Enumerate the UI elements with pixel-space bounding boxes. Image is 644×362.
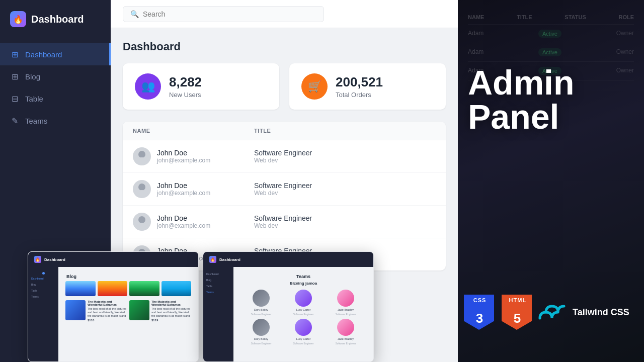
user-email: john@example.com	[157, 190, 210, 197]
tailwind-wave-svg	[538, 302, 569, 322]
blog-img-forest	[129, 281, 159, 296]
users-stat-icon: 👥	[135, 73, 161, 100]
sidebar-label-teams: Teams	[25, 117, 47, 125]
thumbnail-body: Dashboard Blog Table Teams Blog	[28, 267, 198, 361]
right-section: NAME TITLE STATUS ROLE Adam Active Owner…	[458, 0, 644, 362]
search-input[interactable]	[143, 10, 316, 18]
avatar	[133, 213, 151, 231]
search-icon: 🔍	[130, 10, 139, 18]
tailwind-icon: Tailwind CSS	[538, 302, 629, 322]
orders-stat-value: 200,521	[336, 74, 383, 90]
article-title-1: The Majestic and Wonderful Bahamas	[88, 300, 127, 306]
team-member-name-3: Jade Bradley	[338, 308, 354, 311]
table-row: John Doe john@example.com Software Engin…	[123, 206, 446, 238]
article-text-1: The Majestic and Wonderful Bahamas The b…	[88, 300, 127, 322]
thumbnails-row: 🔥 Dashboard Dashboard Blog Table Teams B…	[28, 251, 374, 362]
article-desc-2: The best read of all the pictures and be…	[151, 307, 191, 318]
header: 🔍	[111, 0, 458, 28]
team-member-role-5: Software Engineer	[293, 342, 313, 345]
team-member-name-6: Jade Bradley	[338, 337, 354, 340]
dark-row: Adam Active Owner	[468, 25, 634, 43]
table-header: NAME TITLE	[123, 122, 446, 140]
thumb-nav-dashboard: Dashboard	[28, 276, 58, 282]
sidebar-item-blog[interactable]: ⊞ Blog	[0, 65, 111, 87]
article-img-1	[65, 300, 86, 320]
col-name: NAME	[133, 128, 254, 134]
teams-nav-table: Table	[203, 283, 233, 289]
search-box[interactable]: 🔍	[123, 6, 324, 22]
teams-grid: Dory Bailey Software Engineer Lucy Carte…	[237, 288, 369, 347]
main-wrapper: 🔥 Dashboard ⊞ Dashboard ⊞ Blog ⊟ Table ✎	[0, 0, 644, 362]
team-avatar-4	[253, 319, 270, 336]
teams-thumbnail: 🔥 Dashboard Dashboard Blog Table Teams T…	[203, 251, 374, 362]
blog-images-grid	[62, 281, 194, 296]
html5-icon: HTML 5	[501, 293, 533, 332]
col-action	[375, 128, 436, 134]
thumb-nav-table: Table	[28, 288, 58, 294]
dark-badge-active: Active	[538, 30, 561, 38]
users-stat-label: New Users	[169, 91, 202, 99]
avatar	[133, 180, 151, 198]
page-title: Dashboard	[123, 40, 446, 53]
team-member-name-1: Dory Bailey	[254, 308, 268, 311]
stat-card-orders: 🛒 200,521 Total Orders	[289, 63, 446, 110]
sidebar-item-teams[interactable]: ✎ Teams	[0, 110, 111, 132]
user-title: Software Engineer Web dev	[254, 149, 375, 164]
team-member-role-6: Software Engineer	[335, 342, 356, 345]
thumb-nav-teams: Teams	[28, 294, 58, 300]
teams-nav-blog: Blog	[203, 277, 233, 283]
article-price-1: $118	[88, 319, 127, 322]
blog-img-city	[98, 281, 128, 296]
orders-stat-label: Total Orders	[336, 91, 383, 99]
sidebar-item-dashboard[interactable]: ⊞ Dashboard	[0, 43, 111, 65]
blog-section-title: Blog	[62, 271, 194, 281]
svg-point-0	[138, 151, 145, 158]
article-img-2	[129, 300, 149, 320]
sidebar-nav: ⊞ Dashboard ⊞ Blog ⊟ Table ✎ Teams	[0, 38, 111, 137]
teams-thumbnail-body: Dashboard Blog Table Teams Teams Bizning…	[203, 267, 373, 361]
team-avatar-5	[295, 319, 312, 336]
team-member-role-4: Software Engineer	[251, 342, 271, 345]
users-stat-info: 8,282 New Users	[169, 74, 202, 99]
thumbnail-header: 🔥 Dashboard	[28, 252, 198, 267]
user-title: Software Engineer Web dev	[254, 182, 375, 197]
teams-nav-dashboard: Dashboard	[203, 271, 233, 277]
blog-icon: ⊞	[10, 72, 19, 81]
team-member-name-5: Lucy Carter	[296, 337, 310, 340]
user-info: John Doe john@example.com	[157, 149, 210, 164]
sidebar-logo: 🔥 Dashboard	[0, 0, 111, 38]
user-name: John Doe	[157, 182, 210, 190]
blog-img-mountain	[65, 281, 96, 296]
team-member-role-3: Software Engineer	[335, 313, 356, 316]
dark-role: Owner	[616, 48, 634, 56]
blog-article: The Majestic and Wonderful Bahamas The b…	[65, 300, 127, 322]
team-member: Lucy Carter Software Engineer	[284, 290, 323, 316]
user-cell: John Doe john@example.com	[133, 147, 254, 165]
css3-icon: CSS 3	[463, 293, 496, 332]
team-avatar-2	[295, 290, 312, 307]
stat-card-users: 👥 8,282 New Users	[123, 63, 279, 110]
avatar	[133, 147, 151, 165]
team-avatar-1	[253, 290, 270, 307]
dark-badge-active: Active	[538, 48, 561, 56]
col-title: TITLE	[254, 128, 375, 134]
thumb-dot-dashboard	[42, 272, 45, 275]
table-row: John Doe john@example.com Software Engin…	[123, 140, 446, 173]
team-member: Jade Bradley Software Engineer	[326, 319, 365, 345]
sidebar-label-dashboard: Dashboard	[25, 50, 62, 59]
teams-thumbnail-header: 🔥 Dashboard	[203, 252, 373, 267]
teams-nav-teams: Teams	[203, 289, 233, 295]
team-member: Dory Bailey Software Engineer	[242, 319, 281, 345]
thumb-nav-blog: Blog	[28, 282, 58, 288]
team-member-name-4: Dory Bailey	[254, 337, 268, 340]
sidebar-item-table[interactable]: ⊟ Table	[0, 87, 111, 110]
blog-article: The Majestic and Wonderful Bahamas The b…	[129, 300, 191, 322]
dark-role: Owner	[616, 30, 634, 38]
dark-row: Adam Active Owner	[468, 43, 634, 62]
team-member: Dory Bailey Software Engineer	[242, 290, 281, 316]
blog-articles: The Majestic and Wonderful Bahamas The b…	[62, 298, 194, 324]
team-member-name-2: Lucy Carter	[296, 308, 310, 311]
teams-thumb-sidebar: Dashboard Blog Table Teams	[203, 267, 233, 361]
team-avatar-3	[337, 290, 354, 307]
user-name: John Doe	[157, 149, 210, 157]
